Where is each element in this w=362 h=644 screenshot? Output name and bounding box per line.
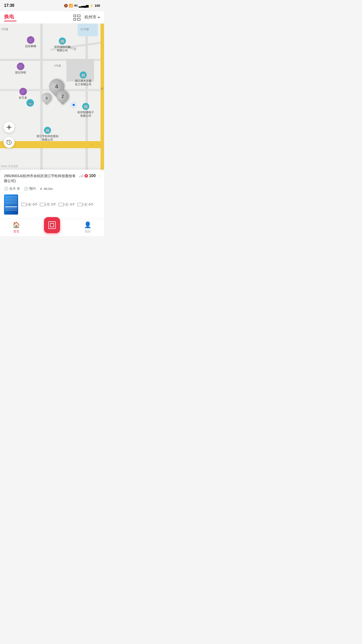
battery-icon: 100 [95, 4, 100, 8]
battery-grid: 换 0个 荒 0个 充 0个 差 0个 [21, 202, 100, 207]
nav-scan[interactable] [32, 222, 71, 233]
poi-yusong: 🏢 浙江宇松科技股份有限公司 [36, 127, 59, 142]
battery-count-0: 0个 [33, 202, 38, 207]
city-selector[interactable]: 杭州市 [84, 15, 100, 20]
building-icon-yusong: 🏢 [44, 127, 51, 134]
battery-item-2: 充 0个 [58, 202, 75, 207]
pin-2-number: 2 [61, 94, 64, 99]
station-panel: 299280014(杭州市余杭区浙江宇松科技股份有限公司) ✕ 100 - 🕐 … [0, 170, 104, 219]
panel-header: 299280014(杭州市余杭区浙江宇松科技股份有限公司) ✕ 100 - [4, 174, 100, 183]
signal-bars [79, 174, 83, 177]
reservable-label: 预约 [29, 186, 36, 191]
baidu-watermark: Baidu 百度地图 [0, 164, 19, 169]
poi-label-yusong: 浙江宇松科技股份有限公司 [36, 134, 59, 142]
city-name: 杭州市 [84, 15, 97, 20]
poi-shenzhen: 🏢 深圳城铄科技有限公司 [54, 37, 71, 52]
wifi-icon: 📶 [69, 4, 73, 8]
station-image [4, 194, 18, 215]
battery-count-1: 0个 [51, 202, 56, 207]
battery-item-0: 换 0个 [21, 202, 38, 207]
poi-label-pinquan: 品全购物 [25, 44, 36, 48]
panel-dash: - [99, 174, 100, 178]
header-left: 换电 [4, 13, 17, 21]
charging-icon: ⚡ [89, 4, 94, 8]
building-label-21: 21号楼 [80, 27, 89, 31]
map-background: ← → 荆大线 永 21号楼 2号楼 3号楼 🛒 品全购物 🛒 世纪华联 🛒 好… [0, 24, 104, 170]
profile-icon: 👤 [84, 221, 92, 228]
battery-item-3: 差 0个 [77, 202, 94, 207]
building-icon-shenzhen: 🏢 [59, 37, 66, 45]
chevron-down-icon [98, 17, 100, 18]
title-underline [4, 21, 17, 21]
signal-bar-2 [81, 175, 82, 177]
poi-label-zheda: 浙江浙大方圆化工有限公司 [75, 79, 92, 86]
building-icon-zheda: 🏢 [80, 71, 87, 78]
poi-shiji: 🛒 世纪华联 [15, 63, 26, 74]
poi-zhiyuan: 🏢 杭州智源电子有限公司 [77, 103, 94, 118]
bus-stop-icon: 🚌 [26, 99, 34, 107]
grid-list-toggle[interactable] [73, 15, 80, 20]
poi-pinquan: 🛒 品全购物 [25, 36, 36, 48]
navigation-icon: ➤ [40, 187, 43, 191]
status-bar: 17:30 🔕 📶 4G ▂▃▄▅ ⚡ 100 [0, 0, 104, 11]
signal-error-icon: ✕ [84, 174, 88, 178]
pin-4-number: 4 [55, 83, 58, 90]
nav-home-label: 首页 [13, 229, 19, 234]
nav-mine[interactable]: 👤 我的 [72, 221, 104, 234]
signal-bars-icon: ▂▃▄▅ [79, 4, 88, 8]
building-label-3: 3号楼 [54, 64, 61, 67]
app-header: 换电 杭州市 [0, 11, 104, 24]
poi-label-haoyouduo: 好又多 [19, 96, 27, 100]
battery-icon-0 [21, 203, 27, 206]
battery-icon-2 [58, 203, 64, 206]
location-button[interactable] [4, 122, 15, 133]
home-icon: 🏠 [13, 221, 20, 228]
nav-home[interactable]: 🏠 首页 [0, 221, 32, 234]
poi-label-shenzhen: 深圳城铄科技有限公司 [54, 45, 71, 52]
panel-content-row: 换 0个 荒 0个 充 0个 差 0个 [4, 194, 100, 215]
hours-label: 全天 [9, 186, 16, 191]
history-icon [6, 140, 12, 145]
header-right: 杭州市 [73, 15, 100, 20]
shopping-icon-pinquan: 🛒 [27, 36, 34, 44]
scan-inner [50, 223, 54, 227]
map-container[interactable]: ← → 荆大线 永 21号楼 2号楼 3号楼 🛒 品全购物 🛒 世纪华联 🛒 好… [0, 24, 104, 170]
building-icon-zhiyuan: 🏢 [82, 103, 89, 110]
panel-info-row: 🕐 全天 营 🕐 预约 ➤ 46.0m [4, 186, 100, 191]
clock-icon-2: 🕐 [24, 187, 28, 191]
panel-signal: ✕ 100 [79, 174, 96, 178]
clock-icon: 🕐 [4, 187, 8, 191]
status-icons: 🔕 📶 4G ▂▃▄▅ ⚡ 100 [64, 4, 100, 8]
baidu-text: Baidu 百度地图 [1, 165, 18, 168]
poi-label-shiji: 世纪华联 [15, 71, 26, 74]
battery-item-1: 荒 0个 [40, 202, 56, 207]
mute-icon: 🔕 [64, 4, 68, 8]
distance-info: ➤ 46.0m [40, 187, 53, 191]
scan-button[interactable] [44, 217, 60, 233]
station-title: 299280014(杭州市余杭区浙江宇松科技股份有限公司) [4, 174, 77, 183]
signal-bar-1 [79, 176, 80, 177]
road-right-vertical [101, 24, 104, 170]
signal-bar-3 [82, 174, 83, 177]
hours-info: 🕐 全天 营 [4, 186, 20, 191]
battery-tag-0: 换 [28, 203, 32, 207]
scan-icon [48, 221, 56, 229]
user-location-dot [72, 103, 76, 107]
map-pin-0[interactable]: 0 [41, 93, 52, 103]
battery-tag-3: 差 [84, 203, 88, 207]
poi-zheda: 🏢 浙江浙大方圆化工有限公司 [75, 71, 92, 86]
nav-mine-label: 我的 [85, 229, 91, 234]
reservable-info: 🕐 预约 [24, 186, 36, 191]
battery-count-2: 0个 [70, 202, 75, 207]
main-road-yellow [0, 141, 104, 148]
status-time: 17:30 [4, 3, 14, 8]
battery-count-3: 0个 [89, 202, 94, 207]
battery-icon-1 [40, 203, 45, 206]
map-pin-2[interactable]: 2 [57, 90, 69, 102]
bottom-nav: 🏠 首页 👤 我的 [0, 219, 104, 236]
history-button[interactable] [4, 137, 15, 148]
shopping-icon-shiji: 🛒 [17, 63, 24, 70]
battery-tag-1: 荒 [46, 203, 50, 207]
poi-haoyouduo: 🛒 好又多 [19, 88, 27, 100]
signal-4g-icon: 4G [74, 4, 78, 7]
